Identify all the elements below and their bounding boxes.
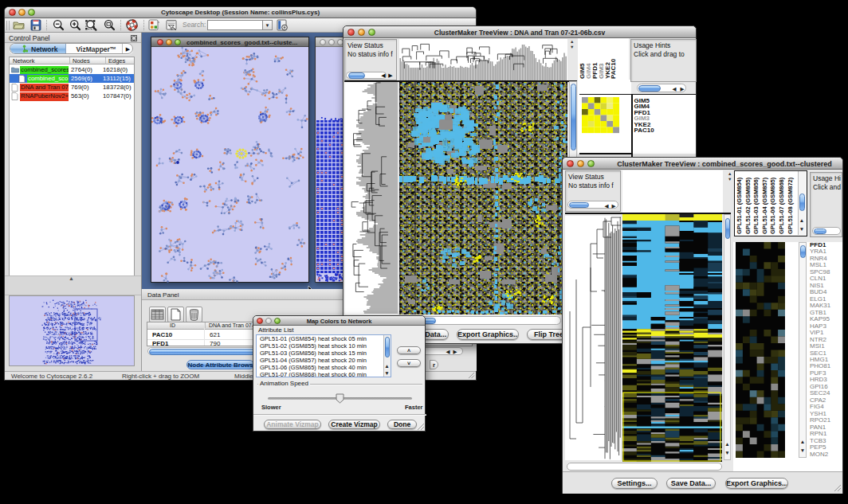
svg-text:GPL51-04 (GSM857): GPL51-04 (GSM857) <box>761 177 768 234</box>
svg-text:GPL51-03 (GSM856): GPL51-03 (GSM856) <box>752 177 760 234</box>
svg-text:GPL51-01 (GSM854): GPL51-01 (GSM854) <box>736 177 743 234</box>
svg-text:GPL51-07 (GSM868): GPL51-07 (GSM868) <box>778 177 785 234</box>
svg-text:GPL51-06 (GSM865): GPL51-06 (GSM865) <box>769 177 776 234</box>
svg-text:GPL51-08 (GSM872): GPL51-08 (GSM872) <box>787 177 794 234</box>
svg-text:PAC10: PAC10 <box>610 58 617 79</box>
svg-text:GPL51-02 (GSM855): GPL51-02 (GSM855) <box>744 177 752 234</box>
